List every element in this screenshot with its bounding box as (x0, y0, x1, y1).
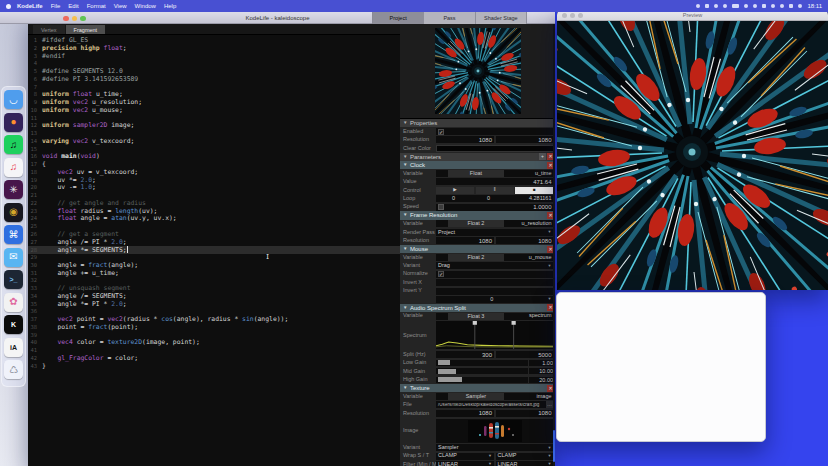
loop-end-field[interactable]: 0 (471, 196, 506, 202)
dock-icon-xcode[interactable]: ⌘ (4, 225, 23, 244)
dock-icon-terminal[interactable]: >_ (4, 270, 23, 289)
status-icon-input-menu[interactable] (789, 4, 793, 8)
menu-clock[interactable]: 18:11 (807, 3, 822, 9)
texture-image-preview[interactable] (436, 419, 554, 443)
tab-shader-stage[interactable]: Shader Stage (476, 12, 527, 24)
dock-icon-spotify[interactable]: ♫ (4, 135, 23, 154)
texture-width-field[interactable]: 1080 (436, 410, 494, 417)
pause-button[interactable]: ‖ (476, 187, 514, 194)
apple-menu-icon[interactable] (6, 4, 11, 9)
texture-type-dropdown[interactable]: Sampler (448, 393, 504, 400)
texture-height-field[interactable]: 1080 (496, 410, 554, 417)
split-handle-low[interactable] (473, 321, 477, 325)
audio-type-dropdown[interactable]: Float 3 (448, 313, 504, 320)
menu-item-format[interactable]: Format (87, 3, 106, 9)
low-gain-value[interactable]: 1.00 (529, 360, 555, 366)
filter-min-dropdown[interactable]: LINEAR ▼ (436, 461, 494, 466)
stop-button[interactable]: ■ (515, 187, 553, 194)
status-icon-keyboard-brightness[interactable] (705, 4, 709, 8)
resolution-height-field[interactable]: 1080 (496, 136, 554, 143)
split-handle-high[interactable] (512, 321, 516, 325)
tab-vertex[interactable]: Vertex (33, 25, 65, 34)
speed-stepper[interactable] (438, 204, 444, 210)
menu-item-file[interactable]: File (51, 3, 61, 9)
panel-scrollbar-thumb[interactable] (553, 430, 556, 462)
split-high-field[interactable]: 5000 (496, 351, 554, 358)
properties-header[interactable]: ▼ Properties (400, 119, 555, 127)
status-icon-screen-mirroring[interactable] (696, 4, 700, 8)
dock-icon-ia-writer[interactable]: iA (4, 338, 23, 357)
status-icon-display[interactable] (723, 4, 727, 8)
menu-item-window[interactable]: Window (135, 3, 156, 9)
frameres-uniform-name[interactable]: u_resolution (522, 221, 552, 227)
mid-gain-value[interactable]: 10.00 (529, 368, 555, 374)
tab-fragment[interactable]: Fragment (66, 25, 106, 34)
texture-file-path[interactable]: /Users/niko/Desktop/kaleidoscope/assets/… (436, 403, 546, 408)
speed-value-field[interactable]: 1.0000 (533, 204, 553, 210)
loop-start-field[interactable]: 0 (436, 196, 471, 202)
status-icon-control-center[interactable] (771, 4, 775, 8)
dock-icon-finder[interactable]: ◡ (4, 90, 23, 109)
render-preview-thumbnail[interactable] (435, 28, 521, 114)
panel-scrollbar-track[interactable] (553, 24, 556, 466)
play-button[interactable]: ▶ (436, 187, 474, 194)
status-icon-do-not-disturb[interactable] (714, 4, 718, 8)
normalize-checkbox[interactable]: ✓ (438, 271, 444, 277)
status-icon-spotlight[interactable] (762, 4, 766, 8)
dock-icon-slack[interactable]: ✳ (4, 180, 23, 199)
frameres-type-dropdown[interactable]: Float 2 (448, 220, 504, 227)
texture-variant-dropdown[interactable]: Sampler ▼ (436, 444, 554, 451)
split-low-field[interactable]: 300 (436, 351, 494, 358)
dock-icon-mail[interactable]: ✉ (4, 248, 23, 267)
kodelife-titlebar[interactable]: KodeLife - kaleidoscope Project Pass Sha… (0, 12, 555, 24)
render-pass-dropdown[interactable]: Project ▼ (436, 229, 554, 236)
parameters-header[interactable]: ▼ Parameters +✕ (400, 153, 555, 161)
status-icon-siri[interactable] (780, 4, 784, 8)
mouse-extra-field[interactable]: 0 ▼ (436, 296, 554, 303)
high-gain-value[interactable]: 20.00 (529, 377, 555, 383)
clock-section-header[interactable]: ▼ Clock ✕ (400, 161, 555, 169)
clear-color-swatch[interactable] (436, 145, 554, 152)
clock-value-field[interactable]: 471.64 (436, 178, 554, 185)
resolution-width-field[interactable]: 1080 (436, 136, 494, 143)
wrap-s-dropdown[interactable]: CLAMP ▼ (436, 453, 494, 460)
tab-pass[interactable]: Pass (424, 12, 475, 24)
status-icon-bluetooth[interactable] (753, 4, 757, 8)
frameres-height-field[interactable]: 1080 (496, 237, 554, 244)
dock-icon-trash[interactable]: ♺ (4, 360, 23, 379)
dock-icon-music[interactable]: ♫ (4, 158, 23, 177)
mouse-variant-dropdown[interactable]: Drag ▼ (436, 262, 554, 269)
dock-icon-firefox[interactable]: ● (4, 113, 23, 132)
loop-current-value[interactable]: 4.281161 (506, 196, 554, 202)
clock-uniform-name[interactable]: u_time (535, 171, 552, 177)
status-icon-wifi[interactable] (744, 4, 748, 8)
tab-project[interactable]: Project (373, 12, 424, 24)
invert-x-checkbox[interactable] (436, 279, 554, 286)
frame-resolution-section-header[interactable]: ▼ Frame Resolution ✕ (400, 211, 555, 219)
menu-item-view[interactable]: View (114, 3, 127, 9)
enabled-checkbox[interactable]: ✓ (438, 129, 444, 135)
wrap-t-dropdown[interactable]: CLAMP ▼ (496, 453, 554, 460)
low-gain-slider[interactable] (436, 360, 528, 366)
dock-icon-messenger[interactable]: ◉ (4, 203, 23, 222)
status-icon-battery[interactable] (732, 4, 739, 8)
dock-icon-kodelife[interactable]: K (4, 315, 23, 334)
mouse-uniform-name[interactable]: u_mouse (529, 255, 552, 261)
menu-item-kodelife[interactable]: KodeLife (17, 3, 43, 9)
dock-icon-photos[interactable]: ✿ (4, 293, 23, 312)
frameres-width-field[interactable]: 1080 (436, 237, 494, 244)
filter-mag-dropdown[interactable]: LINEAR ▼ (496, 461, 554, 466)
mid-gain-slider[interactable] (436, 368, 528, 374)
texture-section-header[interactable]: ▼ Texture ✕ (400, 384, 555, 392)
menu-item-help[interactable]: Help (164, 3, 176, 9)
audio-uniform-name[interactable]: spectrum (529, 313, 552, 319)
high-gain-slider[interactable] (436, 377, 528, 383)
blank-background-window[interactable] (556, 292, 766, 442)
invert-y-checkbox[interactable] (436, 288, 554, 295)
mouse-section-header[interactable]: ▼ Mouse ✕ (400, 245, 555, 253)
code-editor[interactable]: Vertex Fragment 1#ifdef GL_ES2precision … (28, 24, 400, 466)
menu-item-edit[interactable]: Edit (68, 3, 78, 9)
add-parameter-button[interactable]: + (539, 153, 546, 160)
clock-type-dropdown[interactable]: Float (448, 170, 504, 177)
mouse-type-dropdown[interactable]: Float 2 (448, 254, 504, 261)
